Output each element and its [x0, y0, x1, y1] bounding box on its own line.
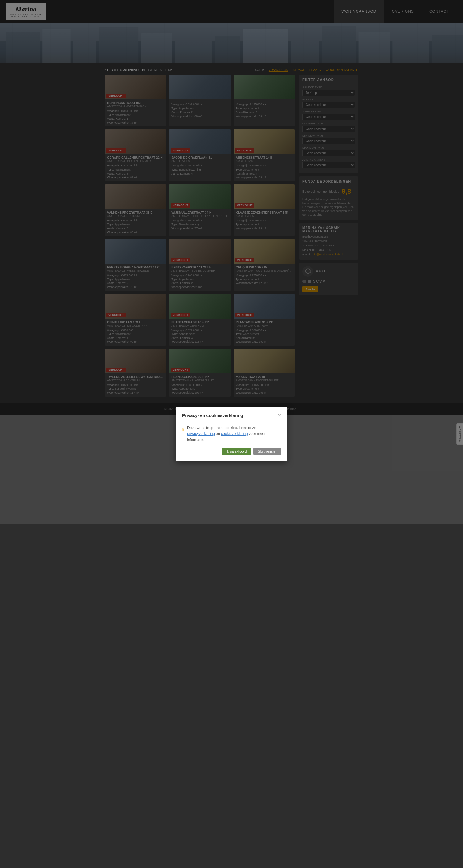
privacy-link[interactable]: privacyverklaring: [187, 432, 215, 436]
cookie-link[interactable]: cookieverklaring: [221, 432, 248, 436]
modal-text: Deze website gebruikt cookies. Lees onze…: [187, 425, 281, 443]
modal-header: Privacy- en cookiesverklaring ×: [182, 413, 281, 421]
close-button[interactable]: Sluit venster: [254, 447, 281, 455]
modal-body: ℹ Deze website gebruikt cookies. Lees on…: [182, 425, 281, 443]
modal-info-icon: ℹ: [182, 426, 184, 443]
modal-close-x[interactable]: ×: [278, 413, 281, 418]
cookie-modal-overlay: Privacy- en cookiesverklaring × ℹ Deze w…: [0, 0, 463, 524]
accept-button[interactable]: Ik ga akkoord: [222, 447, 251, 455]
modal-title: Privacy- en cookiesverklaring: [182, 413, 243, 418]
cookie-modal: Privacy- en cookiesverklaring × ℹ Deze w…: [176, 407, 287, 461]
modal-footer: Ik ga akkoord Sluit venster: [182, 447, 281, 455]
